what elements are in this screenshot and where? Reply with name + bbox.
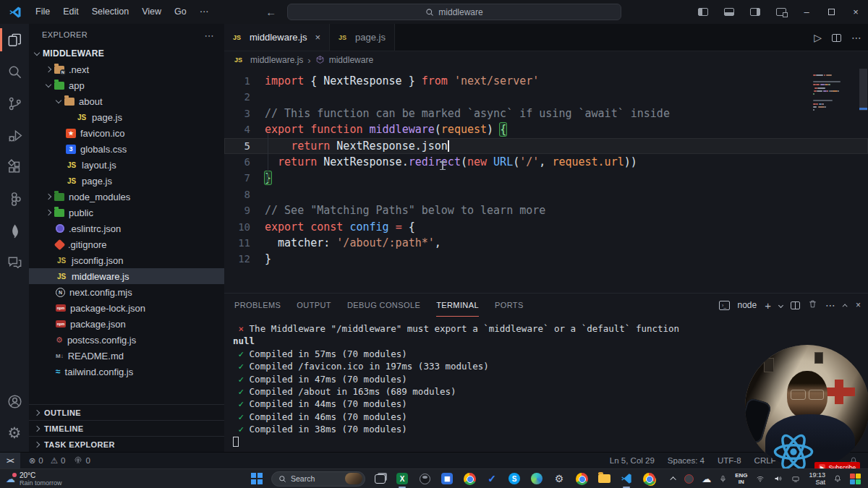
panel-tab-ports[interactable]: PORTS xyxy=(495,294,524,317)
activity-figma-icon[interactable] xyxy=(0,183,29,215)
tray-widgets-icon[interactable] xyxy=(850,474,861,484)
activity-explorer-icon[interactable] xyxy=(0,24,29,56)
taskbar-vscode-icon[interactable] xyxy=(618,471,634,487)
taskbar-start-icon[interactable] xyxy=(249,471,265,487)
tree-item-jsconfig-json[interactable]: JSjsconfig.json xyxy=(29,252,224,268)
chevron-down-icon[interactable] xyxy=(778,302,783,307)
panel-tab-problems[interactable]: PROBLEMS xyxy=(234,294,281,317)
tray-chevron-up-icon[interactable] xyxy=(672,476,676,481)
activity-comments-icon[interactable] xyxy=(0,247,29,278)
toggle-panel-icon[interactable] xyxy=(724,8,734,16)
activity-source-control-icon[interactable] xyxy=(0,87,29,119)
tree-item--gitignore[interactable]: .gitignore xyxy=(29,236,224,252)
kill-terminal-icon[interactable] xyxy=(808,299,817,311)
taskbar-todo-icon[interactable]: ✓ xyxy=(484,471,500,487)
workspace-root[interactable]: MIDDLEWARE xyxy=(29,46,224,61)
menu-file[interactable]: File xyxy=(29,0,56,24)
weather-widget[interactable]: ☁ 20°C Rain tomorrow xyxy=(6,471,136,487)
close-tab-icon[interactable]: × xyxy=(315,32,320,43)
activity-mongodb-icon[interactable] xyxy=(0,215,29,247)
code-line-11[interactable]: 11 matcher: '/about/:path*', xyxy=(224,235,868,251)
taskbar-obs-icon[interactable] xyxy=(417,471,433,487)
ports-status[interactable]: 0 xyxy=(74,456,90,465)
taskbar-skype-icon[interactable]: S xyxy=(506,471,522,487)
explorer-more-icon[interactable]: ⋯ xyxy=(205,30,214,41)
menu-[interactable]: ⋯ xyxy=(193,0,216,24)
tree-item-page-js[interactable]: JSpage.js xyxy=(29,109,224,125)
cursor-position[interactable]: Ln 5, Col 29 xyxy=(610,456,655,465)
panel-more-icon[interactable]: ⋯ xyxy=(825,299,836,311)
code-line-6[interactable]: 6 return NextResponse.redirect(new URL('… xyxy=(224,154,868,170)
code-line-5[interactable]: 5 return NextResponse.json xyxy=(224,138,868,154)
tree-item--next[interactable]: N.next xyxy=(29,61,224,77)
editor-scrollbar[interactable] xyxy=(859,69,868,293)
tree-item-layout-js[interactable]: JSlayout.js xyxy=(29,157,224,173)
code-line-2[interactable]: 2 xyxy=(224,89,868,105)
tree-item-tailwind-config-js[interactable]: ≈tailwind.config.js xyxy=(29,364,224,380)
taskbar-settings-icon[interactable]: ⚙ xyxy=(551,471,567,487)
tree-item--eslintrc-json[interactable]: .eslintrc.json xyxy=(29,221,224,236)
menu-view[interactable]: View xyxy=(135,0,168,24)
problems-status[interactable]: ⊗ 0 ⚠ 0 xyxy=(29,455,66,466)
code-area[interactable]: 1import { NextResponse } from 'next/serv… xyxy=(224,69,868,293)
tab-middleware-js[interactable]: JSmiddleware.js× xyxy=(224,24,330,51)
tree-item-package-lock-json[interactable]: npmpackage-lock.json xyxy=(29,300,224,316)
tray-cloud-icon[interactable]: ☁ xyxy=(702,474,711,484)
split-terminal-icon[interactable] xyxy=(791,301,800,309)
tree-item-about[interactable]: about xyxy=(29,93,224,109)
tray-lang-icon[interactable]: ENGIN xyxy=(735,472,747,485)
menu-selection[interactable]: Selection xyxy=(85,0,135,24)
tray-bell-icon[interactable] xyxy=(833,474,842,483)
close-panel-icon[interactable]: × xyxy=(856,300,861,310)
code-line-4[interactable]: 4export function middleware(request) { xyxy=(224,121,868,137)
editor-more-icon[interactable]: ⋯ xyxy=(851,32,862,43)
code-line-12[interactable]: 12} xyxy=(224,251,868,267)
taskbar-calendar-icon[interactable]: ▦ xyxy=(439,471,455,487)
customize-layout-icon[interactable] xyxy=(776,8,786,16)
activity-run-debug-icon[interactable] xyxy=(0,119,29,151)
breadcrumb[interactable]: JS middleware.js › middleware xyxy=(224,51,868,69)
new-terminal-icon[interactable]: + xyxy=(765,299,771,312)
taskbar-chrome2-icon[interactable] xyxy=(574,471,590,487)
tree-item-postcss-config-js[interactable]: ⚙postcss.config.js xyxy=(29,332,224,348)
run-button[interactable]: ▷ xyxy=(814,32,822,43)
taskbar-excel-icon[interactable]: X xyxy=(394,471,410,487)
menu-edit[interactable]: Edit xyxy=(56,0,85,24)
tray-obs-icon[interactable] xyxy=(684,474,694,484)
tree-item-node-modules[interactable]: node_modules xyxy=(29,189,224,205)
taskbar-chrome-icon[interactable] xyxy=(461,471,477,487)
minimize-button[interactable]: – xyxy=(794,0,819,24)
section-timeline[interactable]: TIMELINE xyxy=(29,420,224,436)
tree-item-globals-css[interactable]: 3globals.css xyxy=(29,141,224,157)
activity-settings-icon[interactable]: ⚙ xyxy=(0,417,29,449)
remote-indicator[interactable]: >< xyxy=(0,453,20,469)
section-task-explorer[interactable]: TASK EXPLORER xyxy=(29,436,224,452)
panel-tab-debug-console[interactable]: DEBUG CONSOLE xyxy=(347,294,420,317)
scrollbar-slider[interactable] xyxy=(859,69,867,111)
shell-label[interactable]: node xyxy=(738,300,757,310)
section-outline[interactable]: OUTLINE xyxy=(29,404,224,420)
taskbar-search[interactable]: Search xyxy=(271,471,365,487)
panel-tab-output[interactable]: OUTPUT xyxy=(297,294,331,317)
back-arrow-icon[interactable]: ← xyxy=(265,0,276,24)
tree-item-page-js[interactable]: JSpage.js xyxy=(29,173,224,189)
activity-extensions-icon[interactable] xyxy=(0,151,29,183)
chevron-up-icon[interactable] xyxy=(843,304,848,309)
code-line-9[interactable]: 9// See "Matching Paths" below to learn … xyxy=(224,202,868,218)
code-line-7[interactable]: 7} xyxy=(224,170,868,186)
activity-account-icon[interactable] xyxy=(0,385,29,417)
maximize-button[interactable] xyxy=(819,0,843,24)
tree-item-public[interactable]: public xyxy=(29,205,224,221)
tree-item-app[interactable]: app xyxy=(29,77,224,93)
command-center-search[interactable]: middleware xyxy=(287,4,621,20)
tray-volume-icon[interactable] xyxy=(773,474,783,483)
panel-tab-terminal[interactable]: TERMINAL xyxy=(436,294,479,317)
tray-wifi-icon[interactable] xyxy=(755,475,765,483)
taskbar-chrome3-icon[interactable] xyxy=(641,471,657,487)
taskbar-folder-icon[interactable] xyxy=(596,471,612,487)
tree-item-middleware-js[interactable]: JSmiddleware.js xyxy=(29,268,224,284)
code-line-1[interactable]: 1import { NextResponse } from 'next/serv… xyxy=(224,73,868,89)
taskbar-taskview-icon[interactable] xyxy=(372,471,388,487)
minimap[interactable] xyxy=(812,72,858,173)
close-button[interactable]: × xyxy=(843,0,868,24)
